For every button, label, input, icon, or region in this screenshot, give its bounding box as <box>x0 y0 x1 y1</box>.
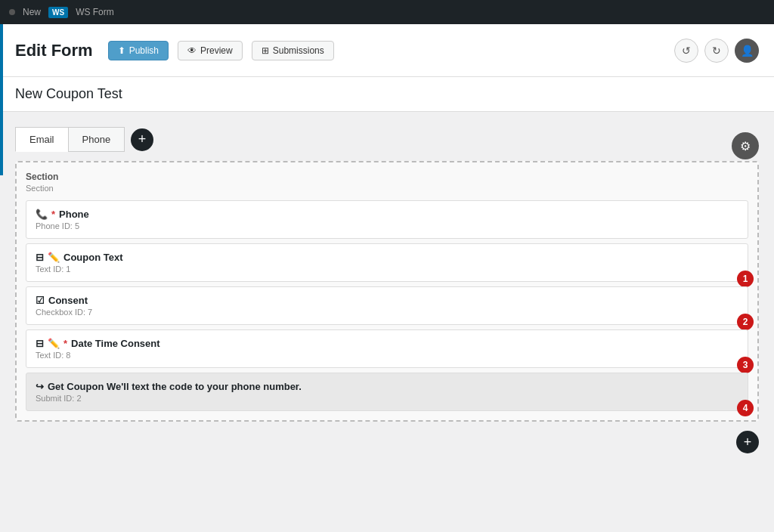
add-section-button[interactable]: + <box>736 431 759 453</box>
field-consent-meta: Checkbox ID: 7 <box>36 308 738 317</box>
section-sublabel: Section <box>26 184 748 193</box>
preview-button[interactable]: 👁 Preview <box>178 41 243 60</box>
add-tab-button[interactable]: + <box>131 128 153 151</box>
page-title: Edit Form <box>15 41 93 60</box>
field-consent-title: ☑ Consent <box>36 295 738 306</box>
field-datetime-meta: Text ID: 8 <box>36 351 738 360</box>
field-coupon-meta: Text ID: 1 <box>36 264 738 274</box>
field-row-submit[interactable]: ↪ Get Coupon We'll text the code to your… <box>26 373 748 411</box>
top-bar-form-label: WS Form <box>76 7 114 17</box>
badge-3: 3 <box>737 357 754 373</box>
publish-button[interactable]: ⬆ Publish <box>108 41 169 60</box>
tab-phone[interactable]: Phone <box>68 127 125 152</box>
main-content: Email Phone + ⚙ Section Section 📞 * Phon… <box>0 77 774 532</box>
text-icon: ⊟ <box>36 252 44 263</box>
header: Edit Form ⬆ Publish 👁 Preview ⊞ Submissi… <box>0 24 774 77</box>
field-datetime-title: ⊟ ✏️ * Date Time Consent <box>36 338 738 349</box>
badge-2: 2 <box>737 314 754 330</box>
user-avatar[interactable]: 👤 <box>735 39 759 63</box>
submissions-button[interactable]: ⊞ Submissions <box>252 41 334 60</box>
edit-icon-2: ✏️ <box>48 338 60 349</box>
header-actions: ↺ ↻ 👤 <box>674 39 759 63</box>
section-wrapper: ⚙ Section Section 📞 * Phone Phone ID: 5 … <box>15 161 759 422</box>
gear-icon: ⚙ <box>740 139 751 153</box>
publish-icon: ⬆ <box>118 45 125 56</box>
section-box: Section Section 📞 * Phone Phone ID: 5 ⊟ … <box>15 161 759 422</box>
section-label: Section <box>26 172 748 182</box>
section-settings-button[interactable]: ⚙ <box>732 132 759 159</box>
tabs-container: Email Phone + <box>15 127 759 152</box>
top-bar: New WS WS Form <box>0 0 774 24</box>
badge-4: 4 <box>737 400 754 416</box>
avatar-icon: 👤 <box>741 45 754 57</box>
top-bar-new: New <box>23 7 41 17</box>
checkbox-icon: ☑ <box>36 295 45 306</box>
field-coupon-title: ⊟ ✏️ Coupon Text <box>36 252 738 263</box>
field-row-datetime[interactable]: ⊟ ✏️ * Date Time Consent Text ID: 8 3 <box>26 329 748 368</box>
undo-button[interactable]: ↺ <box>674 39 698 63</box>
field-row-consent[interactable]: ☑ Consent Checkbox ID: 7 2 <box>26 286 748 325</box>
submit-icon: ↪ <box>36 381 44 392</box>
eye-icon: 👁 <box>187 45 197 56</box>
redo-icon: ↻ <box>712 45 721 57</box>
text-icon-2: ⊟ <box>36 338 44 349</box>
form-name-bar <box>0 77 774 112</box>
add-tab-icon: + <box>138 131 147 147</box>
phone-icon: 📞 <box>36 209 48 220</box>
edit-icon: ✏️ <box>48 252 60 263</box>
left-accent-bar <box>0 24 3 175</box>
field-phone-meta: Phone ID: 5 <box>36 221 738 230</box>
table-icon: ⊞ <box>262 45 269 56</box>
field-phone-title: 📞 * Phone <box>36 209 738 220</box>
form-name-input[interactable] <box>15 86 759 102</box>
top-bar-dot <box>9 9 15 15</box>
top-bar-brand: WS <box>48 7 68 18</box>
add-section-icon: + <box>744 435 752 450</box>
tab-email[interactable]: Email <box>15 127 68 152</box>
badge-1: 1 <box>737 271 754 287</box>
field-submit-meta: Submit ID: 2 <box>36 394 738 403</box>
undo-icon: ↺ <box>682 45 691 57</box>
redo-button[interactable]: ↻ <box>704 39 729 63</box>
field-row-coupon-text[interactable]: ⊟ ✏️ Coupon Text Text ID: 1 1 <box>26 243 748 282</box>
field-submit-title: ↪ Get Coupon We'll text the code to your… <box>36 381 738 392</box>
field-row-phone[interactable]: 📞 * Phone Phone ID: 5 <box>26 200 748 239</box>
